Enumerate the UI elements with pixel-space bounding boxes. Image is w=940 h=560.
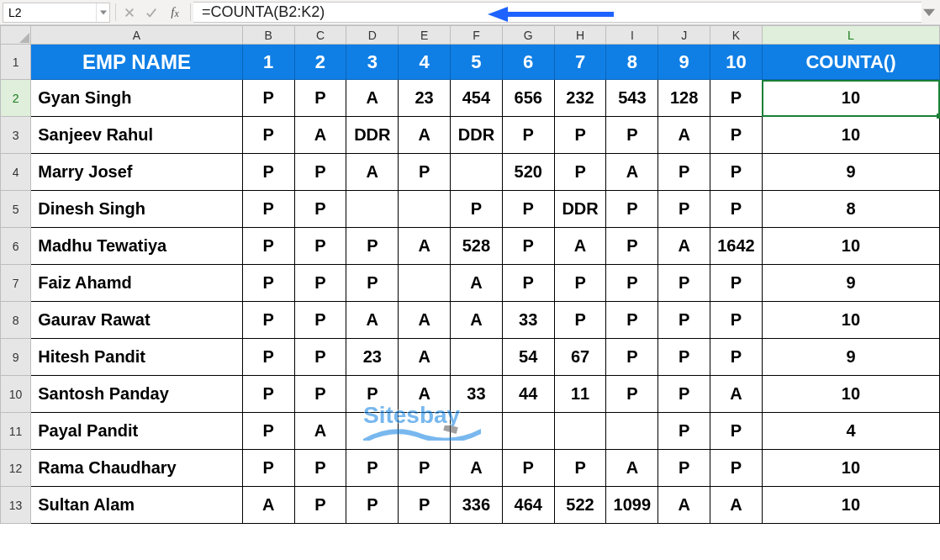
cell-day-4[interactable]: 23 (399, 80, 451, 117)
cell-day-10[interactable]: P (710, 450, 763, 487)
cell-day-3[interactable]: A (346, 80, 399, 117)
cell-day-5[interactable]: 33 (451, 376, 503, 413)
cell-day-7[interactable]: P (554, 117, 606, 154)
cell-day-10[interactable]: P (710, 302, 763, 339)
cell-counta-result[interactable]: 9 (762, 265, 939, 302)
cell-day-8[interactable]: P (606, 228, 658, 265)
formula-input[interactable] (193, 2, 922, 23)
expand-formula-bar-button[interactable] (922, 0, 937, 24)
cell-day-3[interactable]: P (346, 376, 399, 413)
cell-day-7[interactable]: P (554, 154, 606, 191)
cell-day-3[interactable]: A (346, 302, 399, 339)
cell-day-10[interactable]: P (710, 339, 763, 376)
cell-day-9[interactable]: A (658, 228, 710, 265)
cell-day-6[interactable]: 656 (502, 80, 554, 117)
cell-emp-name[interactable]: Faiz Ahamd (31, 265, 243, 302)
header-day-1[interactable]: 1 (242, 45, 294, 80)
cell-day-5[interactable] (451, 339, 503, 376)
spreadsheet[interactable]: ABCDEFGHIJKL1EMP NAME12345678910COUNTA()… (0, 25, 940, 524)
cell-day-10[interactable]: A (710, 376, 763, 413)
row-header-3[interactable]: 3 (1, 117, 31, 154)
cell-day-5[interactable]: 454 (451, 80, 503, 117)
cell-day-8[interactable]: P (606, 376, 658, 413)
cell-counta-result[interactable]: 8 (762, 191, 939, 228)
cell-day-1[interactable]: P (242, 339, 294, 376)
cell-day-2[interactable]: P (294, 487, 346, 524)
header-day-2[interactable]: 2 (294, 45, 346, 80)
cell-emp-name[interactable]: Payal Pandit (31, 413, 243, 450)
cell-day-10[interactable]: P (710, 117, 763, 154)
insert-function-button[interactable]: fx (162, 0, 187, 24)
cell-day-1[interactable]: P (242, 191, 294, 228)
cell-day-6[interactable]: P (502, 191, 554, 228)
cell-day-2[interactable]: P (294, 228, 346, 265)
cell-day-5[interactable]: A (451, 302, 503, 339)
cell-day-7[interactable]: 67 (554, 339, 606, 376)
header-day-7[interactable]: 7 (554, 45, 606, 80)
row-header-10[interactable]: 10 (1, 376, 31, 413)
cell-day-6[interactable]: P (502, 265, 554, 302)
cell-day-1[interactable]: P (242, 450, 294, 487)
cell-day-4[interactable]: P (399, 450, 451, 487)
cell-day-7[interactable]: 11 (554, 376, 606, 413)
row-header-13[interactable]: 13 (1, 487, 31, 524)
row-header-1[interactable]: 1 (1, 45, 31, 80)
cell-day-8[interactable]: P (606, 265, 658, 302)
cell-day-9[interactable]: P (658, 191, 710, 228)
cell-day-4[interactable] (399, 191, 451, 228)
cell-day-6[interactable] (502, 413, 554, 450)
cell-counta-result[interactable]: 10 (762, 487, 939, 524)
cell-day-10[interactable]: P (710, 191, 763, 228)
cell-day-4[interactable]: A (399, 339, 451, 376)
cell-day-2[interactable]: A (294, 117, 346, 154)
cell-day-2[interactable]: P (294, 339, 346, 376)
header-day-8[interactable]: 8 (606, 45, 658, 80)
cell-emp-name[interactable]: Marry Josef (31, 154, 243, 191)
column-header-J[interactable]: J (658, 26, 710, 45)
cell-emp-name[interactable]: Sultan Alam (31, 487, 243, 524)
cell-day-6[interactable]: 464 (502, 487, 554, 524)
cell-day-5[interactable]: P (451, 191, 503, 228)
cell-day-9[interactable]: P (658, 376, 710, 413)
cell-day-9[interactable]: P (658, 413, 710, 450)
cell-day-5[interactable]: A (451, 450, 503, 487)
column-header-C[interactable]: C (294, 26, 346, 45)
header-day-4[interactable]: 4 (399, 45, 451, 80)
cell-day-5[interactable]: 336 (451, 487, 503, 524)
cell-day-6[interactable]: 33 (502, 302, 554, 339)
cell-emp-name[interactable]: Gaurav Rawat (31, 302, 243, 339)
cell-day-6[interactable]: 44 (502, 376, 554, 413)
confirm-entry-button[interactable] (140, 0, 162, 24)
cell-day-4[interactable]: P (399, 487, 451, 524)
header-day-9[interactable]: 9 (658, 45, 710, 80)
cell-day-4[interactable]: A (399, 117, 451, 154)
cell-day-6[interactable]: 520 (502, 154, 554, 191)
cell-day-2[interactable]: P (294, 265, 346, 302)
cell-day-5[interactable]: A (451, 265, 503, 302)
cell-day-9[interactable]: P (658, 450, 710, 487)
cell-day-1[interactable]: A (242, 487, 294, 524)
cell-day-9[interactable]: P (658, 339, 710, 376)
header-counta[interactable]: COUNTA() (762, 45, 939, 80)
row-header-6[interactable]: 6 (1, 228, 31, 265)
column-header-D[interactable]: D (346, 26, 399, 45)
cell-day-7[interactable]: 522 (554, 487, 606, 524)
name-box-dropdown[interactable] (96, 3, 109, 22)
cell-day-5[interactable] (451, 154, 503, 191)
cell-day-2[interactable]: P (294, 302, 346, 339)
cell-day-9[interactable]: P (658, 154, 710, 191)
cell-day-3[interactable]: A (346, 154, 399, 191)
column-header-G[interactable]: G (502, 26, 554, 45)
cell-day-3[interactable]: P (346, 450, 399, 487)
cell-day-1[interactable]: P (242, 117, 294, 154)
cell-day-3[interactable]: P (346, 265, 399, 302)
cell-day-2[interactable]: A (294, 413, 346, 450)
cell-day-4[interactable] (399, 265, 451, 302)
cell-day-1[interactable]: P (242, 265, 294, 302)
cell-counta-result[interactable]: 10 (762, 80, 939, 117)
column-header-E[interactable]: E (399, 26, 451, 45)
column-header-F[interactable]: F (451, 26, 503, 45)
column-header-B[interactable]: B (242, 26, 294, 45)
cell-day-8[interactable]: 1099 (606, 487, 658, 524)
cell-day-1[interactable]: P (242, 376, 294, 413)
